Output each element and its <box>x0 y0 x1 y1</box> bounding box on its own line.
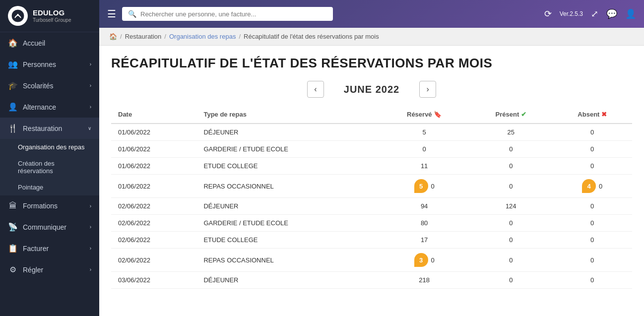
personnes-icon: 👥 <box>8 60 18 69</box>
chevron-right-icon2: › <box>90 83 91 88</box>
chevron-right-icon: › <box>90 62 91 67</box>
cell-absent: 4 0 <box>552 175 632 198</box>
restauration-icon: 🍴 <box>8 124 18 133</box>
cell-reserve: 218 <box>379 272 469 289</box>
breadcrumb-current: Récapitulatif de l'état des réservations… <box>244 33 379 40</box>
restauration-submenu: Organisation des repas Création des rése… <box>0 139 99 195</box>
cell-present: 0 <box>469 158 552 175</box>
table-row: 02/06/2022DÉJEUNER941240 <box>111 198 632 215</box>
cell-absent: 0 <box>552 141 632 158</box>
breadcrumb-home-icon[interactable]: 🏠 <box>109 33 117 40</box>
cell-present: 0 <box>469 175 552 198</box>
cell-reserve: 17 <box>379 232 469 249</box>
bubble-reserve: 5 <box>414 179 428 193</box>
breadcrumb: 🏠 / Restauration / Organisation des repa… <box>99 28 644 46</box>
user-icon[interactable]: 👤 <box>625 8 636 19</box>
cell-present: 0 <box>469 249 552 272</box>
cell-reserve: 5 0 <box>379 175 469 198</box>
col-type: Type de repas <box>196 106 379 124</box>
cell-date: 01/06/2022 <box>111 124 196 141</box>
history-icon[interactable]: ⟳ <box>544 8 552 19</box>
cell-absent: 0 <box>552 124 632 141</box>
month-label: JUNE 2022 <box>344 84 399 95</box>
table-row: 02/06/2022GARDERIE / ETUDE ECOLE8000 <box>111 215 632 232</box>
cell-reserve: 0 <box>379 141 469 158</box>
fullscreen-icon[interactable]: ⤢ <box>591 8 598 19</box>
home-icon: 🏠 <box>8 38 18 48</box>
sidebar-item-alternance[interactable]: 👤 Alternance › <box>0 96 99 118</box>
chevron-right-icon7: › <box>90 267 91 272</box>
cell-absent: 0 <box>552 198 632 215</box>
sidebar: EDULOG Turboself Groupe 🏠 Accueil 👥 Pers… <box>0 0 99 316</box>
topbar: ☰ 🔍 ⟳ Ver.2.5.3 ⤢ 💬 👤 <box>99 0 644 28</box>
col-absent: Absent ✖ <box>552 106 632 124</box>
cell-date: 02/06/2022 <box>111 198 196 215</box>
top-icons: ⟳ Ver.2.5.3 ⤢ 💬 👤 <box>544 8 636 19</box>
facturer-icon: 📋 <box>8 244 18 253</box>
cell-absent: 0 <box>552 232 632 249</box>
cell-type: DÉJEUNER <box>196 272 379 289</box>
sidebar-label-facturer: Facturer <box>23 245 49 253</box>
regler-icon: ⚙ <box>8 265 18 274</box>
sidebar-label-communiquer: Communiquer <box>23 223 66 231</box>
sidebar-label-personnes: Personnes <box>23 61 56 68</box>
table-row: 01/06/2022ETUDE COLLEGE1100 <box>111 158 632 175</box>
breadcrumb-organisation[interactable]: Organisation des repas <box>169 33 236 40</box>
cell-date: 02/06/2022 <box>111 249 196 272</box>
table-row: 01/06/2022DÉJEUNER5250 <box>111 124 632 141</box>
page-title: RÉCAPITULATIF DE L'ÉTAT DES RÉSERVATIONS… <box>111 56 632 71</box>
cell-date: 01/06/2022 <box>111 158 196 175</box>
svg-point-1 <box>17 14 19 16</box>
cell-absent: 0 <box>552 249 632 272</box>
reservations-table: Date Type de repas Réservé 🔖 Présent ✔ A… <box>111 106 632 289</box>
alternance-icon: 👤 <box>8 102 18 112</box>
cell-date: 02/06/2022 <box>111 215 196 232</box>
table-row: 03/06/2022DÉJEUNER21800 <box>111 272 632 289</box>
sub-pointage[interactable]: Pointage <box>0 179 99 195</box>
sidebar-item-formations[interactable]: 🏛 Formations › <box>0 195 99 216</box>
sidebar-label-restauration: Restauration <box>23 125 62 132</box>
cell-present: 124 <box>469 198 552 215</box>
cell-reserve: 80 <box>379 215 469 232</box>
cell-reserve: 5 <box>379 124 469 141</box>
search-input[interactable] <box>140 10 327 18</box>
sidebar-item-accueil[interactable]: 🏠 Accueil <box>0 32 99 54</box>
cell-present: 0 <box>469 215 552 232</box>
content-area: RÉCAPITULATIF DE L'ÉTAT DES RÉSERVATIONS… <box>99 46 644 316</box>
cell-absent: 0 <box>552 215 632 232</box>
month-navigation: ‹ JUNE 2022 › <box>111 81 632 98</box>
chat-icon[interactable]: 💬 <box>606 8 617 19</box>
cell-date: 01/06/2022 <box>111 141 196 158</box>
sidebar-item-personnes[interactable]: 👥 Personnes › <box>0 54 99 75</box>
bubble-reserve: 3 <box>414 253 428 267</box>
cell-absent: 0 <box>552 272 632 289</box>
cell-absent: 0 <box>552 158 632 175</box>
cell-type: DÉJEUNER <box>196 124 379 141</box>
cell-date: 03/06/2022 <box>111 272 196 289</box>
logo-area: EDULOG Turboself Groupe <box>0 0 99 32</box>
sub-creation[interactable]: Création des réservations <box>0 155 99 179</box>
cell-type: DÉJEUNER <box>196 198 379 215</box>
table-header-row: Date Type de repas Réservé 🔖 Présent ✔ A… <box>111 106 632 124</box>
cell-date: 01/06/2022 <box>111 175 196 198</box>
sidebar-item-regler[interactable]: ⚙ Régler › <box>0 259 99 280</box>
cell-reserve: 3 0 <box>379 249 469 272</box>
main-area: ☰ 🔍 ⟳ Ver.2.5.3 ⤢ 💬 👤 🏠 / Restauration /… <box>99 0 644 316</box>
sidebar-item-facturer[interactable]: 📋 Facturer › <box>0 238 99 259</box>
chevron-right-icon6: › <box>90 246 91 251</box>
communiquer-icon: 📡 <box>8 222 18 232</box>
sidebar-item-communiquer[interactable]: 📡 Communiquer › <box>0 216 99 238</box>
hamburger-icon[interactable]: ☰ <box>107 8 116 20</box>
sub-organisation[interactable]: Organisation des repas <box>0 139 99 155</box>
scolarites-icon: 🎓 <box>8 81 18 90</box>
next-month-button[interactable]: › <box>419 81 436 98</box>
sidebar-label-alternance: Alternance <box>23 103 56 111</box>
sidebar-item-scolarites[interactable]: 🎓 Scolarités › <box>0 75 99 96</box>
cell-type: GARDERIE / ETUDE ECOLE <box>196 215 379 232</box>
prev-month-button[interactable]: ‹ <box>307 81 324 98</box>
chevron-right-icon3: › <box>90 104 91 110</box>
logo-icon <box>8 6 28 26</box>
sidebar-item-restauration[interactable]: 🍴 Restauration ∨ <box>0 118 99 139</box>
cell-present: 0 <box>469 272 552 289</box>
cell-present: 25 <box>469 124 552 141</box>
